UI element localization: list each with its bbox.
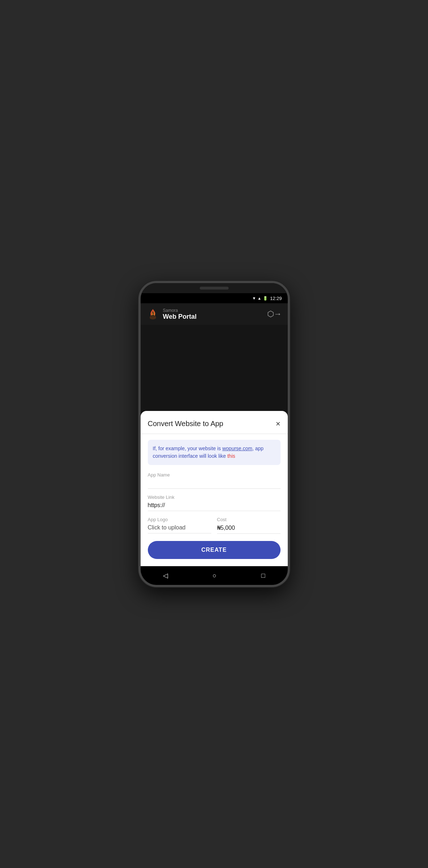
app-name-label: App Name	[148, 472, 281, 478]
phone-frame: ▼ ▲ 🔋 12:29	[138, 281, 290, 587]
modal-header: Convert Website to App ×	[148, 420, 281, 428]
status-icons: ▼ ▲ 🔋	[252, 296, 268, 301]
website-link-label: Website Link	[148, 495, 281, 500]
app-logo-icon	[146, 308, 159, 321]
cost-value: ₦5,000	[217, 523, 281, 534]
status-bar: ▼ ▲ 🔋 12:29	[141, 293, 288, 303]
cost-col: Cost ₦5,000	[217, 517, 281, 534]
info-box: If, for example, your website is wopurse…	[148, 440, 281, 465]
logout-icon[interactable]: ⬡→	[267, 309, 282, 319]
app-subtitle: Samora	[163, 308, 197, 313]
modal-close-button[interactable]: ×	[276, 420, 281, 428]
back-button[interactable]: ◁	[157, 569, 174, 582]
recent-button[interactable]: □	[256, 569, 271, 582]
bottom-nav: ◁ ○ □	[141, 566, 288, 585]
app-name-field: App Name	[148, 472, 281, 489]
phone-top	[141, 283, 288, 293]
wifi-icon: ▼	[252, 296, 256, 300]
cost-label: Cost	[217, 517, 281, 522]
svg-point-0	[150, 316, 156, 319]
app-title: Web Portal	[163, 313, 197, 321]
header-left: Samora Web Portal	[146, 308, 197, 321]
website-link-field: Website Link	[148, 495, 281, 511]
info-box-text: If, for example, your website is wopurse…	[153, 446, 264, 459]
app-logo-label: App Logo	[148, 517, 211, 522]
modal: Convert Website to App × If, for example…	[141, 411, 288, 566]
website-link-input[interactable]	[148, 501, 281, 511]
battery-icon: 🔋	[263, 296, 268, 301]
home-button[interactable]: ○	[207, 569, 222, 582]
create-button[interactable]: CREATE	[148, 541, 281, 559]
status-time: 12:29	[270, 296, 282, 301]
modal-title: Convert Website to App	[148, 420, 224, 428]
info-link[interactable]: wopurse.com	[222, 446, 252, 451]
modal-divider	[141, 434, 288, 434]
info-highlight[interactable]: this	[227, 453, 235, 459]
app-header: Samora Web Portal ⬡→	[141, 303, 288, 325]
app-logo-col: App Logo Click to upload	[148, 517, 211, 534]
app-title-group: Samora Web Portal	[163, 308, 197, 321]
signal-icon: ▲	[257, 296, 261, 300]
app-logo-upload[interactable]: Click to upload	[148, 523, 211, 533]
app-name-input[interactable]	[148, 478, 281, 489]
modal-overlay: Convert Website to App × If, for example…	[141, 325, 288, 566]
two-col-section: App Logo Click to upload Cost ₦5,000	[148, 517, 281, 534]
app-content: Samora Web Portal ⬡→ ₦500.00 woPurse Bal…	[141, 303, 288, 566]
phone-speaker	[200, 287, 229, 290]
balance-area: ₦500.00 woPurse Balance Convert Website …	[141, 325, 288, 566]
info-text-before: If, for example, your website is	[153, 446, 222, 451]
